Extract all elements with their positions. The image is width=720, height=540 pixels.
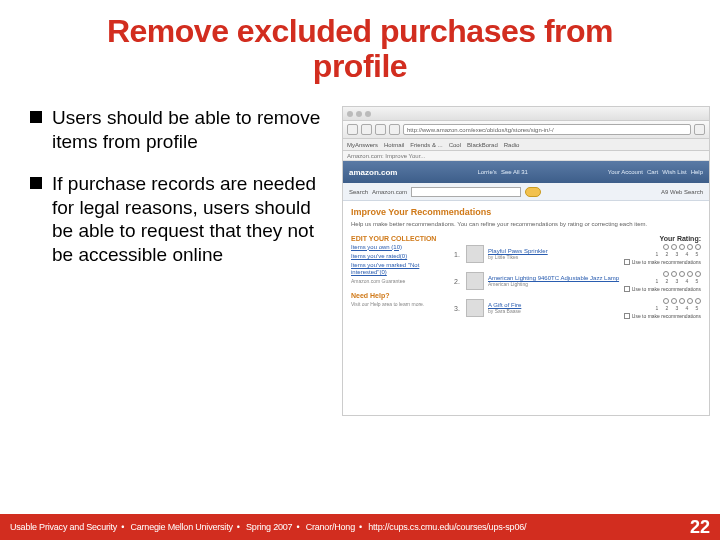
product-info: Playful Paws Sprinkler by Little Tikes [488,248,620,261]
right-pane: Your Rating: 1. Playful Paws Sprinkler b… [454,235,701,410]
radio-icon [679,244,685,250]
product-title: Playful Paws Sprinkler [488,248,620,255]
left-link: Items you've rated(0) [351,253,446,260]
radio-icon [687,271,693,277]
rating-block: 12345 Use to make recommendations [624,271,701,292]
site-header: amazon.com Lorrie's See All 31 Your Acco… [343,161,709,183]
radio-icon [695,244,701,250]
footer: Usable Privacy and Security• Carnegie Me… [0,514,720,540]
window-control-icon [365,111,371,117]
tab-label: Amazon.com: Improve Your... [343,151,709,161]
rating-radios [663,244,701,250]
rating-numbers: 12345 [653,278,701,284]
product-byline: American Lighting [488,281,620,287]
title-line2: profile [313,48,407,84]
checkbox-icon [624,313,630,319]
radio-icon [695,271,701,277]
use-label: Use to make recommendations [632,286,701,292]
footer-part: Spring 2007 [246,522,292,532]
rating-radios [663,298,701,304]
search-label: Search [349,189,368,195]
site-logo: amazon.com [349,168,397,177]
bookmark-item: Radio [504,142,520,148]
product-title: American Lighting 9460TC Adjustable Jazz… [488,275,620,282]
slide-title: Remove excluded purchases from profile [0,0,720,88]
radio-icon [687,298,693,304]
product-row: 3. A Gift of Fire by Sara Baase 12345 [454,298,701,319]
use-label: Use to make recommendations [632,259,701,265]
header-link: Your Account [608,169,643,175]
bookmark-item: Friends & ... [410,142,442,148]
bookmark-item: Hotmail [384,142,404,148]
radio-icon [663,271,669,277]
browser-mock: http://www.amazon.com/exec/obidos/tg/sto… [342,106,710,416]
a9-search: A9 Web Search [661,189,703,195]
browser-toolbar: http://www.amazon.com/exec/obidos/tg/sto… [343,121,709,139]
search-dropdown: Amazon.com [372,189,407,195]
product-byline: by Little Tikes [488,254,620,260]
checkbox-icon [624,259,630,265]
row-number: 1. [454,251,462,258]
radio-icon [695,298,701,304]
product-thumb [466,245,484,263]
help-header: Need Help? [351,292,446,299]
section-subtitle: Help us make better recommendations. You… [351,221,701,228]
search-icon [694,124,705,135]
bullet-item: Users should be able to remove items fro… [30,106,330,154]
home-icon [389,124,400,135]
rating-radios [663,271,701,277]
screenshot-column: http://www.amazon.com/exec/obidos/tg/sto… [342,106,710,416]
product-thumb [466,299,484,317]
header-link: Wish List [662,169,686,175]
forward-icon [361,124,372,135]
footer-part: Carnegie Mellon University [130,522,232,532]
use-checkbox-row: Use to make recommendations [624,259,701,265]
edit-collection-header: EDIT YOUR COLLECTION [351,235,446,242]
product-info: A Gift of Fire by Sara Baase [488,302,620,315]
site-header-center: Lorrie's See All 31 [477,169,528,175]
radio-icon [671,271,677,277]
go-button [525,187,541,197]
product-byline: by Sara Baase [488,308,620,314]
product-row: 1. Playful Paws Sprinkler by Little Tike… [454,244,701,265]
header-link: Lorrie's [477,169,497,175]
product-thumb [466,272,484,290]
checkbox-icon [624,286,630,292]
rating-numbers: 12345 [653,305,701,311]
radio-icon [679,271,685,277]
rating-block: 12345 Use to make recommendations [624,244,701,265]
footer-text: Usable Privacy and Security• Carnegie Me… [10,522,526,532]
site-search-bar: Search Amazon.com A9 Web Search [343,183,709,201]
bookmark-item: BlackBorad [467,142,498,148]
header-link: Cart [647,169,658,175]
square-bullet-icon [30,177,42,189]
radio-icon [671,244,677,250]
left-pane: EDIT YOUR COLLECTION Items you own (10) … [351,235,446,410]
row-number: 3. [454,305,462,312]
use-checkbox-row: Use to make recommendations [624,313,701,319]
radio-icon [663,298,669,304]
site-header-right: Your Account Cart Wish List Help [608,169,703,175]
section-title: Improve Your Recommendations [351,207,701,217]
body: Users should be able to remove items fro… [0,88,720,416]
bookmark-item: MyAnswers [347,142,378,148]
bookmark-bar: MyAnswers Hotmail Friends & ... Cool Bla… [343,139,709,151]
title-line1: Remove excluded purchases from [107,13,613,49]
footer-part: Cranor/Hong [306,522,355,532]
back-icon [347,124,358,135]
footer-part: Usable Privacy and Security [10,522,117,532]
use-label: Use to make recommendations [632,313,701,319]
url-bar: http://www.amazon.com/exec/obidos/tg/sto… [403,124,691,135]
bullet-text: Users should be able to remove items fro… [52,106,330,154]
browser-titlebar [343,107,709,121]
radio-icon [671,298,677,304]
radio-icon [679,298,685,304]
ratings-header: Your Rating: [454,235,701,242]
help-text: Visit our Help area to learn more. [351,301,446,307]
product-info: American Lighting 9460TC Adjustable Jazz… [488,275,620,288]
window-control-icon [347,111,353,117]
bullet-text: If purchase records are needed for legal… [52,172,330,267]
product-title: A Gift of Fire [488,302,620,309]
bullet-item: If purchase records are needed for legal… [30,172,330,267]
rating-block: 12345 Use to make recommendations [624,298,701,319]
